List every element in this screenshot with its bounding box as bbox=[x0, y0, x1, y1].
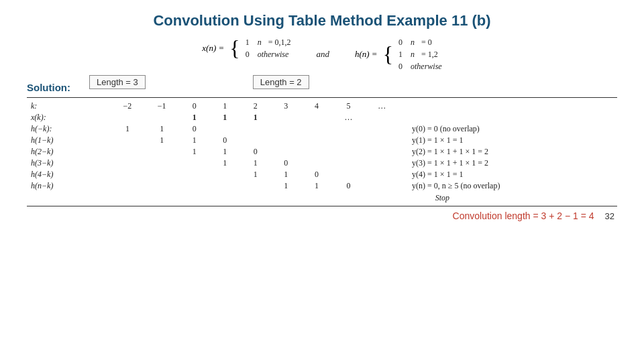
h3-k-label: h(3−k) bbox=[27, 158, 110, 169]
table-row: k: −2 −1 0 1 2 3 4 5 … bbox=[27, 101, 617, 112]
h2-k-label: h(2−k) bbox=[27, 146, 110, 158]
table-row: h(1−k) 1 1 0 y(1) = 1 × 1 = 1 bbox=[27, 135, 617, 146]
h4-k-label: h(4−k) bbox=[27, 169, 110, 180]
stop-text: Stop bbox=[27, 193, 617, 203]
formulas-section: x(n) = { 1n= 0,1,2 0otherwise and h(n) =… bbox=[27, 36, 617, 72]
page-number: 32 bbox=[605, 211, 614, 221]
length1-box: Length = 3 bbox=[89, 75, 146, 89]
page-title: Convolution Using Table Method Example 1… bbox=[27, 12, 617, 29]
and-connector: and bbox=[311, 49, 335, 60]
hn-formula: h(n) = { 0n= 0 1n= 1,2 0otherwise bbox=[355, 36, 442, 72]
hn-k-label: h(n−k) bbox=[27, 180, 110, 192]
y4-result: y(4) = 1 × 1 = 1 bbox=[398, 169, 617, 180]
yn-result: y(n) = 0, n ≥ 5 (no overlap) bbox=[398, 180, 617, 192]
hn-brace: { bbox=[383, 44, 393, 65]
table-row: h(3−k) 1 1 0 y(3) = 1 × 1 + 1 × 1 = 2 bbox=[27, 158, 617, 169]
hn-label: h(n) = bbox=[355, 49, 378, 60]
hn-cases: 0n= 0 1n= 1,2 0otherwise bbox=[398, 36, 442, 72]
xn-brace: { bbox=[229, 38, 239, 59]
table-row: h(4−k) 1 1 0 y(4) = 1 × 1 = 1 bbox=[27, 169, 617, 180]
h-neg-k-label: h(−k): bbox=[27, 123, 110, 135]
table-row: h(−k): 1 1 0 y(0) = 0 (no overlap) bbox=[27, 123, 617, 135]
convolution-table-section: k: −2 −1 0 1 2 3 4 5 … x(k): 1 1 1 bbox=[27, 97, 617, 206]
table-row: x(k): 1 1 1 … bbox=[27, 112, 617, 123]
bottom-section: Convolution length = 3 + 2 − 1 = 4 32 bbox=[27, 210, 617, 221]
y3-result: y(3) = 1 × 1 + 1 × 1 = 2 bbox=[398, 158, 617, 169]
convolution-length-text: Convolution length = 3 + 2 − 1 = 4 bbox=[453, 210, 594, 221]
convolution-table: k: −2 −1 0 1 2 3 4 5 … x(k): 1 1 1 bbox=[27, 101, 617, 192]
k-label: k: bbox=[27, 101, 110, 112]
xn-label: x(n) = bbox=[202, 43, 224, 54]
y2-result: y(2) = 1 × 1 + 1 × 1 = 2 bbox=[398, 146, 617, 158]
y0-result: y(0) = 0 (no overlap) bbox=[398, 123, 617, 135]
table-row: h(n−k) 1 1 0 y(n) = 0, n ≥ 5 (no overlap… bbox=[27, 180, 617, 192]
table-row: h(2−k) 1 1 0 y(2) = 1 × 1 + 1 × 1 = 2 bbox=[27, 146, 617, 158]
y1-result: y(1) = 1 × 1 = 1 bbox=[398, 135, 617, 146]
xn-formula: x(n) = { 1n= 0,1,2 0otherwise bbox=[202, 36, 290, 60]
xn-cases: 1n= 0,1,2 0otherwise bbox=[246, 36, 291, 60]
solution-label: Solution: bbox=[27, 82, 70, 93]
xk-label: x(k): bbox=[27, 112, 110, 123]
length2-box: Length = 2 bbox=[253, 75, 309, 89]
h1-k-label: h(1−k) bbox=[27, 135, 110, 146]
